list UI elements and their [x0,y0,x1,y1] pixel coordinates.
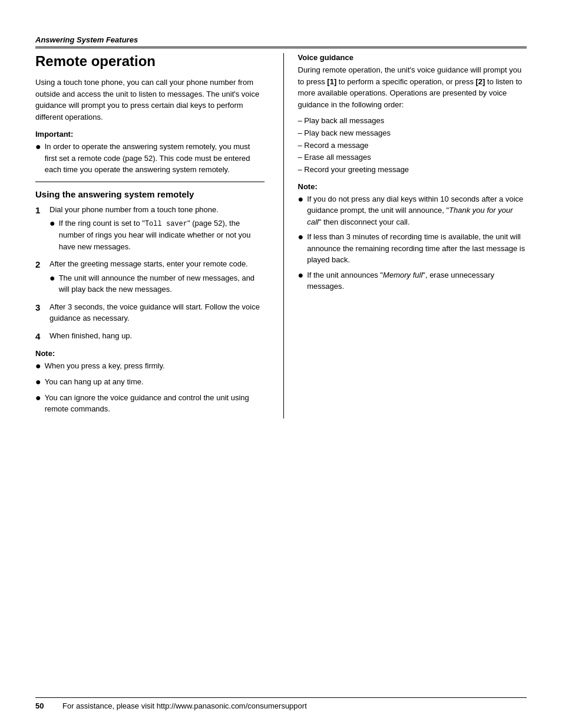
important-bullet-text: In order to operate the answering system… [45,141,265,176]
left-note-dot-1: ● [35,360,41,373]
step-4-text: When finished, hang up. [49,331,132,340]
important-label: Important: [35,130,265,139]
right-note-text-1: If you do not press any dial keys within… [307,193,527,228]
voice-guidance-title: Voice guidance [298,53,527,62]
step-4-num: 4 [35,330,45,344]
step-1-bullet-text: If the ring count is set to "Toll saver"… [59,218,265,252]
step-4: 4 When finished, hang up. [35,330,265,344]
left-note-dot-2: ● [35,376,41,388]
voice-guidance-text: During remote operation, the unit's voic… [298,64,527,110]
two-col-layout: Remote operation Using a touch tone phon… [35,53,527,419]
step-2-bullet: ● The unit will announce the number of n… [49,272,265,295]
step-2-content: After the greeting message starts, enter… [49,258,265,295]
right-note-dot-2: ● [298,231,304,266]
step-3: 3 After 3 seconds, the voice guidance wi… [35,301,265,324]
right-note-bullet-1: ● If you do not press any dial keys with… [298,193,527,228]
step-2-bullet-text: The unit will announce the number of new… [59,272,265,295]
step-1-text: Dial your phone number from a touch tone… [49,205,219,214]
right-column: Voice guidance During remote operation, … [283,53,527,419]
left-note-text-1: When you press a key, press firmly. [45,360,165,373]
step-1-content: Dial your phone number from a touch tone… [49,204,265,253]
step-2-text: After the greeting message starts, enter… [49,259,248,268]
left-note-dot-3: ● [35,392,41,415]
left-note-label: Note: [35,349,265,358]
right-note-label: Note: [298,182,527,191]
page-number: 50 [35,701,53,710]
step-2-bullet-dot: ● [49,272,55,295]
step-2-num: 2 [35,258,45,295]
right-note-text-2: If less than 3 minutes of recording time… [307,231,527,266]
operation-item-1: Play back all messages [298,115,527,127]
operations-list: Play back all messages Play back new mes… [298,115,527,176]
left-note-bullet-1: ● When you press a key, press firmly. [35,360,265,373]
left-note-text-2: You can hang up at any time. [45,376,144,388]
footer-text: For assistance, please visit http://www.… [62,701,307,710]
step-1-num: 1 [35,204,45,253]
right-note-dot-1: ● [298,193,304,228]
step-3-content: After 3 seconds, the voice guidance will… [49,301,265,324]
step-1-bullet-dot: ● [49,218,55,252]
step-2: 2 After the greeting message starts, ent… [35,258,265,295]
step-4-content: When finished, hang up. [49,330,265,344]
operation-item-2: Play back new messages [298,127,527,140]
left-note-bullet-3: ● You can ignore the voice guidance and … [35,392,265,415]
right-note-dot-3: ● [298,269,304,292]
important-bullet-item: ● In order to operate the answering syst… [35,141,265,176]
top-rule-double [35,47,527,48]
operation-item-5: Record your greeting message [298,164,527,176]
step-1: 1 Dial your phone number from a touch to… [35,204,265,253]
right-note-bullet-3: ● If the unit announces "Memory full", e… [298,269,527,292]
right-note-text-3: If the unit announces "Memory full", era… [307,269,527,292]
footer: 50 For assistance, please visit http://w… [35,697,527,710]
step-3-text: After 3 seconds, the voice guidance will… [49,302,260,323]
step-3-num: 3 [35,301,45,324]
divider [35,182,265,182]
page: Answering System Features Remote operati… [0,0,562,728]
subsection-title: Using the answering system remotely [35,189,265,199]
section-header: Answering System Features [35,35,527,44]
right-note-bullet-2: ● If less than 3 minutes of recording ti… [298,231,527,266]
operation-item-3: Record a message [298,140,527,152]
step-1-bullet: ● If the ring count is set to "Toll save… [49,218,265,252]
bullet-dot: ● [35,141,41,176]
left-note-text-3: You can ignore the voice guidance and co… [45,392,265,415]
intro-text: Using a touch tone phone, you can call y… [35,77,265,123]
left-column: Remote operation Using a touch tone phon… [35,53,265,419]
left-note-bullet-2: ● You can hang up at any time. [35,376,265,388]
operation-item-4: Erase all messages [298,151,527,164]
page-title: Remote operation [35,53,265,70]
